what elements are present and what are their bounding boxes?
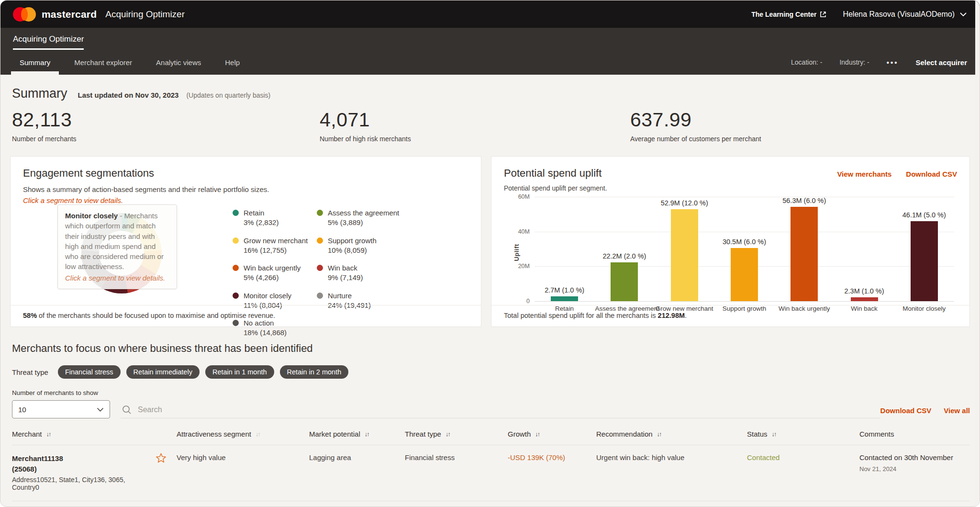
legend-dot xyxy=(317,237,323,244)
chip-retain-in-1-month[interactable]: Retain in 1 month xyxy=(205,365,274,379)
chevron-down-icon xyxy=(97,407,104,412)
download-csv-link[interactable]: Download CSV xyxy=(906,170,957,178)
sort-icon[interactable]: ↓↑ xyxy=(365,430,369,438)
view-all-link[interactable]: View all xyxy=(944,406,970,415)
threat-type-cell: Financial stress xyxy=(405,501,508,507)
merchants-to-show-label: Number of merchants to show xyxy=(12,389,970,396)
table-row[interactable]: Merchant11138 (25068) Address10521, Stat… xyxy=(12,445,970,501)
user-menu[interactable]: Helena Rasova (VisualAODemo) xyxy=(843,10,967,19)
col-threat-type[interactable]: Threat type↓↑ xyxy=(405,425,508,445)
sort-icon[interactable]: ↓↑ xyxy=(46,430,51,438)
segment-tooltip: Monitor closely - Merchants which outper… xyxy=(57,204,177,289)
kpi-value: 4,071 xyxy=(320,109,630,131)
sort-icon[interactable]: ↓↑ xyxy=(772,430,776,438)
col-market-potential[interactable]: Market potential↓↑ xyxy=(309,425,405,445)
overflow-menu-icon[interactable]: ••• xyxy=(887,58,899,67)
legend-item-retain[interactable]: Retain3% (2,832) xyxy=(233,208,317,228)
legend-dot xyxy=(317,293,323,299)
kpi-merchants: 82,113 Number of merchants xyxy=(12,109,320,143)
col-recommendation[interactable]: Recommendation↓↑ xyxy=(596,425,747,445)
bar-grow-new-merchant[interactable]: 52.9M (12.0 %) xyxy=(655,197,714,301)
merchant-address: Address10521, State1, City136, 3065, Cou… xyxy=(12,476,148,491)
chevron-down-icon xyxy=(959,12,967,17)
threat-type-label: Threat type xyxy=(12,368,48,376)
kpi-avg-customers: 637.99 Average number of customers per m… xyxy=(630,109,761,143)
tab-summary[interactable]: Summary xyxy=(13,50,57,75)
recommendation-cell: Urgent win back: high value xyxy=(596,445,747,501)
bar-monitor-closely[interactable]: 46.1M (5.0 %) xyxy=(895,197,954,301)
merchant-name[interactable]: Merchant11138 xyxy=(12,453,148,464)
recommendation-cell: High value retention xyxy=(596,501,747,507)
select-acquirer-button[interactable]: Select acquirer xyxy=(915,58,967,67)
view-merchants-link[interactable]: View merchants xyxy=(837,170,891,178)
kpi-row: 82,113 Number of merchants 4,071 Number … xyxy=(10,109,970,143)
legend-item-support-growth[interactable]: Support growth10% (8,059) xyxy=(317,236,399,256)
page-size-select[interactable]: 10 xyxy=(12,400,110,418)
col-attractiveness-segment[interactable]: Attractiveness segment↓↑ xyxy=(177,425,309,445)
app-title: Acquiring Optimizer xyxy=(105,9,185,20)
card-title: Engagement segmentations xyxy=(23,167,468,180)
kpi-label: Average number of customers per merchant xyxy=(630,135,761,143)
bar-win-back[interactable]: 2.3M (1.0 %) xyxy=(835,197,894,301)
col-status[interactable]: Status↓↑ xyxy=(747,425,859,445)
last-updated-text: Last updated on Nov 30, 2023 xyxy=(78,91,179,99)
y-tick: 0 xyxy=(526,298,530,304)
chip-financial-stress[interactable]: Financial stress xyxy=(58,365,121,379)
col-merchant[interactable]: Merchant↓↑ xyxy=(12,425,156,445)
scrollbar[interactable] xyxy=(975,0,980,507)
tab-merchant-explorer[interactable]: Merchant explorer xyxy=(67,50,139,75)
legend-item-win-back-urgently[interactable]: Win back urgently5% (4,266) xyxy=(233,263,317,283)
bar-win-back-urgently[interactable]: 56.3M (6.0 %) xyxy=(775,197,834,301)
table-download-csv-link[interactable]: Download CSV xyxy=(880,406,932,415)
tab-analytic-views[interactable]: Analytic views xyxy=(149,50,208,75)
card-title: Potential spend uplift xyxy=(504,167,601,180)
bar-assess-the-agreement[interactable]: 22.2M (2.0 %) xyxy=(595,197,654,301)
kpi-label: Number of high risk merchants xyxy=(320,135,630,143)
growth-cell: -USD 139K (70%) xyxy=(508,445,596,501)
sort-icon[interactable]: ↓↑ xyxy=(445,430,450,438)
col-growth[interactable]: Growth↓↑ xyxy=(508,425,596,445)
sort-icon[interactable]: ↓↑ xyxy=(657,430,661,438)
tooltip-body: Merchants which outperform and match the… xyxy=(65,212,164,270)
tab-help[interactable]: Help xyxy=(218,50,246,75)
growth-cell: -USD 23K (30%) xyxy=(508,501,596,507)
market-potential-cell: Lagging area xyxy=(309,445,405,501)
card-subtitle: Shows a summary of action-based segments… xyxy=(23,185,468,193)
favorite-star-icon[interactable] xyxy=(156,501,177,507)
learning-center-link[interactable]: The Learning Center xyxy=(751,11,826,18)
table-row[interactable]: Merchant23612 (108406) State11, City3917… xyxy=(12,501,970,507)
update-frequency-note: (Updates on quarterly basis) xyxy=(186,91,270,99)
product-tab-acquiring-optimizer[interactable]: Acquiring Optimizer xyxy=(13,34,84,50)
y-axis-label: Uplift xyxy=(513,244,520,261)
legend-dot xyxy=(233,265,239,271)
attractiveness-cell: Very high value xyxy=(177,445,309,501)
threat-type-cell: Financial stress xyxy=(405,445,508,501)
kpi-label: Number of merchants xyxy=(12,135,320,143)
card-subtitle: Potential spend uplift per segment. xyxy=(504,184,957,192)
chip-retain-in-2-month[interactable]: Retain in 2 month xyxy=(280,365,349,379)
search-input[interactable] xyxy=(137,405,424,415)
location-filter: Location: - xyxy=(791,58,822,66)
uplift-bar-chart: Uplift 60M 40M 20M 0 2.7M (1.0 %) 22.2M … xyxy=(535,197,954,301)
chip-retain-immediately[interactable]: Retain immediately xyxy=(126,365,200,379)
sort-icon[interactable]: ↓↑ xyxy=(256,430,260,438)
kpi-value: 637.99 xyxy=(630,109,761,131)
bar-support-growth[interactable]: 30.5M (6.0 %) xyxy=(715,197,774,301)
col-star xyxy=(156,425,177,445)
external-link-icon xyxy=(820,11,826,18)
legend-dot xyxy=(317,210,323,216)
favorite-star-icon[interactable] xyxy=(156,445,177,501)
click-segment-hint[interactable]: Click a segment to view details. xyxy=(23,196,468,204)
sub-nav-tabs: Summary Merchant explorer Analytic views… xyxy=(13,50,257,75)
kpi-high-risk-merchants: 4,071 Number of high risk merchants xyxy=(320,109,630,143)
engagement-footnote: 58% of the merchants should be focused u… xyxy=(11,305,481,327)
attractiveness-cell: Very high value xyxy=(177,501,309,507)
tooltip-hint: Click a segment to view details. xyxy=(65,273,169,283)
comments-cell: Contacted on 30th November Nov 21, 2024 xyxy=(859,445,970,501)
sort-icon[interactable]: ↓↑ xyxy=(535,430,539,438)
bar-retain[interactable]: 2.7M (1.0 %) xyxy=(535,197,594,301)
legend-item-win-back[interactable]: Win back9% (7,149) xyxy=(317,263,399,283)
legend-item-assess-the-agreement[interactable]: Assess the agreement5% (3,889) xyxy=(317,208,399,228)
market-potential-cell: Matching area xyxy=(309,501,405,507)
legend-item-grow-new-merchant[interactable]: Grow new merchant16% (12,755) xyxy=(233,236,317,256)
